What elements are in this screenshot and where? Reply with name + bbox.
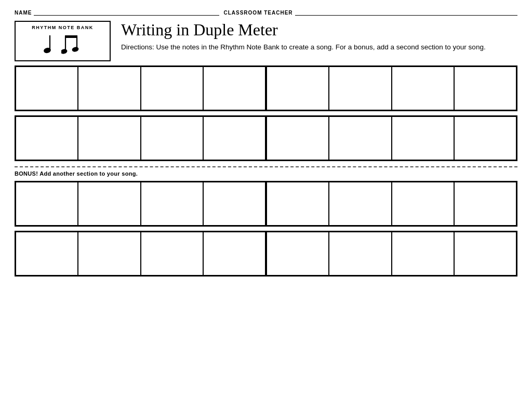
directions-text: Directions: Use the notes in the Rhythm … [121,42,517,52]
measure-cell[interactable] [78,117,141,160]
measure-cell[interactable] [267,232,329,275]
measure-cell[interactable] [16,67,78,110]
measure-cell[interactable] [392,117,455,160]
measure-cell[interactable] [267,67,329,110]
measure-cell[interactable] [392,67,455,110]
measure-cell[interactable] [141,67,204,110]
measure-cell[interactable] [204,232,267,275]
svg-rect-4 [65,35,77,38]
measure-cell[interactable] [16,232,78,275]
bonus-grid [15,181,517,276]
measure-cell[interactable] [78,182,141,225]
measure-cell[interactable] [392,232,455,275]
measure-cell[interactable] [455,182,516,225]
measure-cell[interactable] [392,182,455,225]
quarter-note-icon [42,31,53,56]
name-label: NAME [15,10,32,16]
page-title: Writing in Duple Meter [121,21,517,39]
measure-cell[interactable] [141,117,204,160]
measure-cell[interactable] [204,67,267,110]
bonus-divider [15,166,517,167]
teacher-label: CLASSROOM TEACHER [223,10,292,16]
measure-row-2 [15,115,517,161]
measure-cell[interactable] [267,117,329,160]
measure-cell[interactable] [141,182,204,225]
measure-row-1 [15,65,517,111]
main-grid [15,65,517,161]
measure-cell[interactable] [141,232,204,275]
name-line [34,9,219,16]
header-row: RHYTHM NOTE BANK Writing i [15,21,517,61]
measure-cell[interactable] [78,67,141,110]
measure-cell[interactable] [78,232,141,275]
svg-point-6 [71,46,79,52]
measure-cell[interactable] [329,117,392,160]
svg-point-5 [61,48,68,55]
measure-cell[interactable] [16,117,78,160]
measure-cell[interactable] [455,117,516,160]
bonus-row-1 [15,181,517,227]
bonus-label: BONUS! Add another section to your song. [15,170,517,177]
measure-cell[interactable] [204,117,267,160]
note-bank-icons [21,33,104,56]
measure-cell[interactable] [329,182,392,225]
measure-cell[interactable] [329,67,392,110]
measure-cell[interactable] [455,67,516,110]
note-bank-title: RHYTHM NOTE BANK [21,25,104,30]
teacher-line [295,9,517,16]
measure-cell[interactable] [267,182,329,225]
measure-cell[interactable] [329,232,392,275]
measure-cell[interactable] [455,232,516,275]
eighth-notes-icon [61,31,84,56]
measure-cell[interactable] [204,182,267,225]
note-bank-box: RHYTHM NOTE BANK [15,21,111,61]
name-teacher-row: NAME CLASSROOM TEACHER [15,9,517,16]
bonus-row-2 [15,231,517,276]
measure-cell[interactable] [16,182,78,225]
title-section: Writing in Duple Meter Directions: Use t… [121,21,517,52]
